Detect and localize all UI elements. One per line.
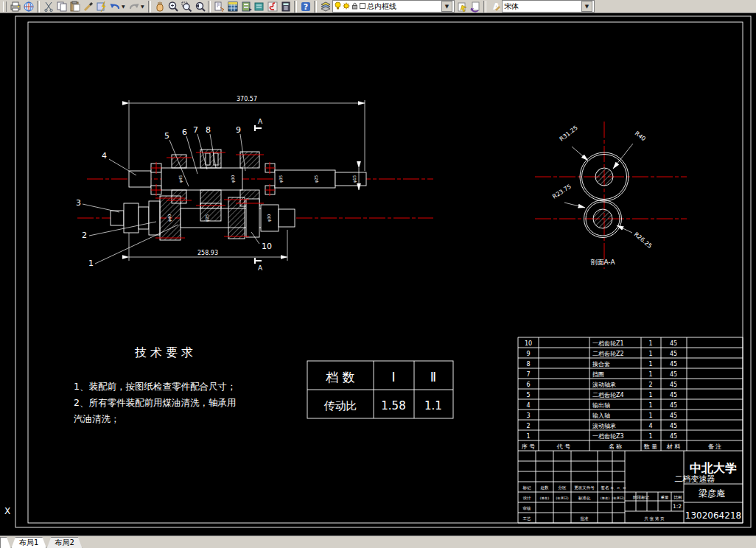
svg-text:1: 1 [648,371,652,378]
svg-text:1: 1 [648,361,652,368]
svg-text:名 称: 名 称 [609,443,623,450]
svg-text:处数: 处数 [541,485,550,491]
svg-text:8: 8 [526,361,530,368]
redo-icon[interactable] [127,1,140,13]
svg-text:输出轴: 输出轴 [592,402,610,409]
section-view-label: 剖面A-A [590,259,615,266]
quickcalc-icon[interactable] [279,1,292,13]
layer-combo-dropdown-icon[interactable]: ▼ [441,1,452,12]
svg-text:代 号: 代 号 [556,443,571,450]
zoom-window-icon[interactable] [180,1,192,13]
svg-text:1: 1 [648,340,652,347]
drawing-title: 二档变速器 [675,474,715,484]
svg-text:Ⅱ: Ⅱ [430,370,436,384]
svg-text:φ40: φ40 [167,214,172,222]
zoom-realtime-icon[interactable] [167,1,179,13]
svg-text:9: 9 [236,125,241,135]
svg-text:滚动轴承: 滚动轴承 [592,382,616,388]
plot-icon[interactable] [9,1,21,13]
svg-text:1: 1 [648,392,652,398]
svg-text:1: 1 [88,259,94,268]
svg-text:1.1: 1.1 [424,399,442,412]
designcenter-icon[interactable] [226,1,239,13]
svg-text:6: 6 [526,382,530,388]
copy-icon[interactable] [55,1,68,13]
text-style-dropdown-icon[interactable]: ▼ [581,1,592,12]
make-layer-current-icon[interactable] [455,1,468,13]
toolbar-grip[interactable] [3,1,7,12]
svg-text:45: 45 [670,351,677,357]
svg-text:设计: 设计 [523,496,532,500]
help-icon[interactable]: ? [299,1,312,13]
svg-text:标记: 标记 [522,485,532,491]
properties-lightning-icon[interactable] [95,1,108,13]
properties-icon[interactable] [213,1,225,13]
dim-overall-length: 370.57 [237,96,257,102]
textstyle-icon[interactable]: A [489,1,501,13]
pan-icon[interactable] [153,1,166,13]
layer-combo[interactable]: 总内框线 ▼ [332,0,455,13]
svg-text:45: 45 [670,433,677,440]
layer-freeze-icon[interactable] [343,2,350,11]
tech-requirement-1: 1、装配前，按图纸检查零件配合尺寸； [74,381,236,392]
layout-tab-bar: 布局1 布局2 [0,535,756,548]
tab-layout2[interactable]: 布局2 [46,537,82,548]
text-style-combo[interactable]: 宋体 ▼ [502,0,595,13]
svg-text:2: 2 [82,231,87,240]
svg-text:3: 3 [526,412,530,419]
svg-text:接合套: 接合套 [592,361,610,368]
undo-icon[interactable] [108,1,121,13]
svg-text:7: 7 [193,125,198,135]
svg-text:序 号: 序 号 [522,443,536,450]
layers-icon[interactable] [319,1,332,13]
model-space-background [0,13,756,535]
section-mark-top: A [258,118,263,125]
svg-text:审核: 审核 [523,506,532,510]
standard-toolbar: ▼ ▼ ? 总内框线 ▼ A 宋体 ▼ [0,0,756,13]
zoom-previous-icon[interactable] [193,1,206,13]
svg-text:φ45: φ45 [178,175,183,183]
svg-text:更改文件号: 更改文件号 [574,485,595,490]
svg-text:45: 45 [670,371,677,378]
drawing-canvas[interactable]: X [0,13,756,535]
layer-lock-icon[interactable] [351,2,358,11]
matchprop-icon[interactable] [82,1,94,13]
student-id: 1302064218 [685,510,741,521]
svg-text:φ25: φ25 [205,214,210,222]
svg-text:(年月日): (年月日) [556,496,568,500]
svg-text:45: 45 [670,392,677,398]
sheetset-icon[interactable] [253,1,265,13]
svg-text:标准化: 标准化 [578,496,591,501]
svg-text:分区: 分区 [559,485,567,490]
svg-text:材 料: 材 料 [666,443,681,450]
section-mark-bottom: A [258,264,263,272]
markup-icon[interactable] [266,1,279,13]
model-tab-partial[interactable] [0,537,11,548]
svg-text:数 量: 数 量 [644,443,658,450]
svg-text:输入轴: 输入轴 [592,412,610,419]
svg-text:φ30: φ30 [231,175,236,183]
paste-icon[interactable] [69,1,81,13]
layer-color-swatch[interactable] [360,2,365,10]
svg-text:4: 4 [526,402,530,409]
svg-text:1.58: 1.58 [381,399,405,412]
svg-text:10: 10 [262,242,272,251]
svg-text:一档齿轮Z3: 一档齿轮Z3 [592,433,624,440]
svg-text:Ⅰ: Ⅰ [391,370,395,384]
svg-text:(签名): (签名) [540,496,550,500]
layer-on-icon[interactable] [335,1,341,11]
layer-combo-value: 总内框线 [367,1,396,12]
svg-text:档 数: 档 数 [325,370,354,384]
tab-layout1[interactable]: 布局1 [11,537,46,548]
toolpalettes-icon[interactable] [239,1,252,13]
svg-text:45: 45 [670,361,677,368]
svg-text:挡圈: 挡圈 [592,371,604,378]
redo-dropdown-icon[interactable]: ▼ [141,4,146,9]
svg-text:φ15: φ15 [352,175,357,183]
undo-dropdown-icon[interactable]: ▼ [122,4,127,9]
svg-text:一档齿轮Z1: 一档齿轮Z1 [592,340,624,347]
tech-requirements-title: 技术要求 [134,345,197,359]
cut-icon[interactable] [42,1,55,13]
layer-previous-icon[interactable] [469,1,481,13]
publish-icon[interactable] [22,1,35,13]
